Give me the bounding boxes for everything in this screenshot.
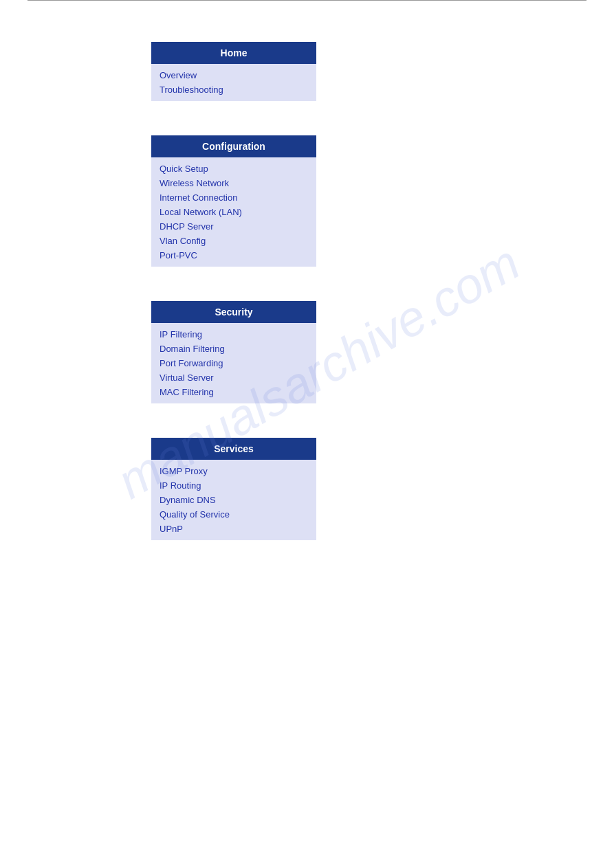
menu-services: ServicesIGMP ProxyIP RoutingDynamic DNSQ… <box>151 438 316 540</box>
menu-item-internet-connection[interactable]: Internet Connection <box>160 190 308 205</box>
menu-item-dynamic-dns[interactable]: Dynamic DNS <box>160 493 308 507</box>
menu-header-security: Security <box>151 301 316 323</box>
menu-security: SecurityIP FilteringDomain FilteringPort… <box>151 301 316 403</box>
menu-item-upnp[interactable]: UPnP <box>160 522 308 536</box>
menu-item-ip-routing[interactable]: IP Routing <box>160 478 308 493</box>
menu-body-home: OverviewTroubleshooting <box>151 64 316 101</box>
menu-home: HomeOverviewTroubleshooting <box>151 42 316 101</box>
menu-item-domain-filtering[interactable]: Domain Filtering <box>160 342 308 356</box>
menu-item-mac-filtering[interactable]: MAC Filtering <box>160 385 308 399</box>
menu-item-virtual-server[interactable]: Virtual Server <box>160 370 308 385</box>
menu-item-vlan-config[interactable]: Vlan Config <box>160 234 308 248</box>
menu-item-dhcp-server[interactable]: DHCP Server <box>160 219 308 234</box>
menu-item-ip-filtering[interactable]: IP Filtering <box>160 327 308 342</box>
menu-item-quality-of-service[interactable]: Quality of Service <box>160 507 308 522</box>
menu-item-local-network-lan[interactable]: Local Network (LAN) <box>160 205 308 219</box>
menu-body-configuration: Quick SetupWireless NetworkInternet Conn… <box>151 157 316 267</box>
menu-item-port-pvc[interactable]: Port-PVC <box>160 248 308 263</box>
menu-item-troubleshooting[interactable]: Troubleshooting <box>160 82 308 97</box>
menu-item-wireless-network[interactable]: Wireless Network <box>160 176 308 190</box>
menu-configuration: ConfigurationQuick SetupWireless Network… <box>151 135 316 267</box>
menu-body-services: IGMP ProxyIP RoutingDynamic DNSQuality o… <box>151 460 316 540</box>
menu-item-igmp-proxy[interactable]: IGMP Proxy <box>160 464 308 478</box>
menu-item-port-forwarding[interactable]: Port Forwarding <box>160 356 308 370</box>
menu-item-overview[interactable]: Overview <box>160 68 308 82</box>
menu-header-configuration: Configuration <box>151 135 316 157</box>
menu-body-security: IP FilteringDomain FilteringPort Forward… <box>151 323 316 403</box>
page-content: HomeOverviewTroubleshootingConfiguration… <box>0 1 614 581</box>
menu-item-quick-setup[interactable]: Quick Setup <box>160 162 308 176</box>
menu-header-services: Services <box>151 438 316 460</box>
menu-header-home: Home <box>151 42 316 64</box>
